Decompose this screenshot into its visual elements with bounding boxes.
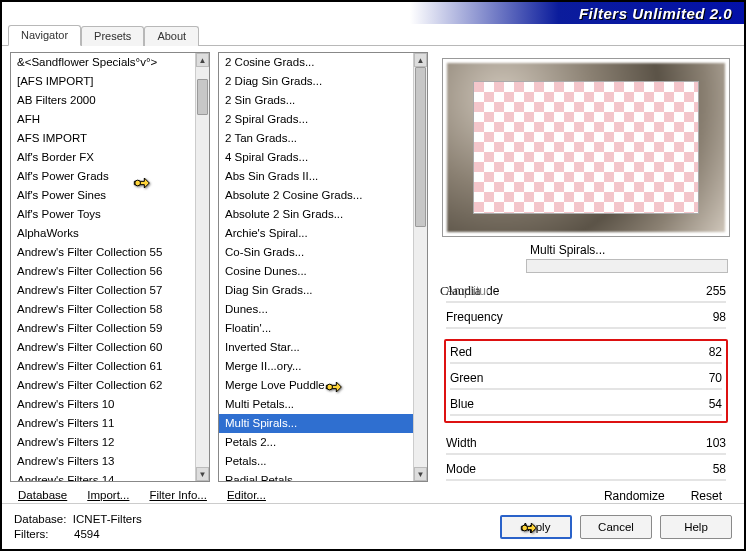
list-item[interactable]: Floatin'... xyxy=(219,319,413,338)
list-item[interactable]: Diag Sin Grads... xyxy=(219,281,413,300)
param-slider[interactable] xyxy=(450,362,722,364)
param-label: Red xyxy=(450,345,472,359)
list-item[interactable]: Andrew's Filter Collection 57 xyxy=(11,281,195,300)
filter-info-button[interactable]: Filter Info... xyxy=(149,489,207,501)
list-item[interactable]: &<Sandflower Specials°v°> xyxy=(11,53,195,72)
list-item[interactable]: Merge II...ory... xyxy=(219,357,413,376)
list-item[interactable]: Andrew's Filter Collection 59 xyxy=(11,319,195,338)
list-item[interactable]: Cosine Dunes... xyxy=(219,262,413,281)
category-list[interactable]: &<Sandflower Specials°v°>[AFS IMPORT]AB … xyxy=(10,52,210,482)
list-item[interactable]: Andrew's Filter Collection 60 xyxy=(11,338,195,357)
list-item[interactable]: Alf's Power Sines xyxy=(11,186,195,205)
cancel-button[interactable]: Cancel xyxy=(580,515,652,539)
reset-button[interactable]: Reset xyxy=(691,489,722,503)
param-row[interactable]: Red82 xyxy=(448,342,724,362)
param-value: 103 xyxy=(706,436,726,450)
list-item[interactable]: Absolute 2 Cosine Grads... xyxy=(219,186,413,205)
list-item[interactable]: Abs Sin Grads II... xyxy=(219,167,413,186)
app-window: Filters Unlimited 2.0 NavigatorPresetsAb… xyxy=(0,0,746,551)
watermark: Claudia xyxy=(432,282,488,300)
list-item[interactable]: Archie's Spiral... xyxy=(219,224,413,243)
param-slider[interactable] xyxy=(446,479,726,481)
param-slider[interactable] xyxy=(446,453,726,455)
apply-button[interactable]: Apply xyxy=(500,515,572,539)
param-slider[interactable] xyxy=(446,301,726,303)
param-row[interactable]: Frequency98 xyxy=(444,307,728,327)
list-item[interactable]: [AFS IMPORT] xyxy=(11,72,195,91)
list-item[interactable]: Andrew's Filter Collection 55 xyxy=(11,243,195,262)
list-item[interactable]: Andrew's Filters 10 xyxy=(11,395,195,414)
list-item[interactable]: Radial Petals... xyxy=(219,471,413,481)
list-item[interactable]: Inverted Star... xyxy=(219,338,413,357)
app-title: Filters Unlimited 2.0 xyxy=(579,5,732,22)
scroll-up-icon[interactable]: ▲ xyxy=(196,53,209,67)
list-item[interactable]: Multi Petals... xyxy=(219,395,413,414)
preview-panel xyxy=(442,58,730,237)
list-item[interactable]: AFH xyxy=(11,110,195,129)
tab-about[interactable]: About xyxy=(144,26,199,46)
param-label: Frequency xyxy=(446,310,503,324)
list-item[interactable]: Andrew's Filters 12 xyxy=(11,433,195,452)
list-item[interactable]: Andrew's Filter Collection 61 xyxy=(11,357,195,376)
list-item[interactable]: AB Filters 2000 xyxy=(11,91,195,110)
list-item[interactable]: 2 Tan Grads... xyxy=(219,129,413,148)
list-item[interactable]: 2 Sin Grads... xyxy=(219,91,413,110)
list-item[interactable]: Multi Spirals... xyxy=(219,414,413,433)
list-item[interactable]: Petals 2... xyxy=(219,433,413,452)
help-button[interactable]: Help xyxy=(660,515,732,539)
list-item[interactable]: Andrew's Filters 11 xyxy=(11,414,195,433)
title-bar: Filters Unlimited 2.0 xyxy=(2,2,744,24)
list-item[interactable]: Andrew's Filter Collection 56 xyxy=(11,262,195,281)
list-item[interactable]: Andrew's Filters 14 xyxy=(11,471,195,481)
list-item[interactable]: Alf's Power Toys xyxy=(11,205,195,224)
import-button[interactable]: Import... xyxy=(87,489,129,501)
scroll-thumb[interactable] xyxy=(197,79,208,115)
list-item[interactable]: 2 Spiral Grads... xyxy=(219,110,413,129)
param-slider[interactable] xyxy=(450,414,722,416)
list-item[interactable]: AFS IMPORT xyxy=(11,129,195,148)
list-item[interactable]: Alf's Border FX xyxy=(11,148,195,167)
param-row[interactable]: Mode58 xyxy=(444,459,728,479)
list-item[interactable]: Petals... xyxy=(219,452,413,471)
scrollbar[interactable]: ▲ ▼ xyxy=(413,53,427,481)
param-slider[interactable] xyxy=(446,327,726,329)
status-db-value: ICNET-Filters xyxy=(73,513,142,525)
param-row[interactable]: Blue54 xyxy=(448,394,724,414)
list-item[interactable]: 2 Cosine Grads... xyxy=(219,53,413,72)
list-item[interactable]: Alf's Power Grads xyxy=(11,167,195,186)
randomize-button[interactable]: Randomize xyxy=(604,489,665,503)
tab-presets[interactable]: Presets xyxy=(81,26,144,46)
param-value: 255 xyxy=(706,284,726,298)
param-value: 54 xyxy=(709,397,722,411)
progress-bar xyxy=(526,259,728,273)
scroll-down-icon[interactable]: ▼ xyxy=(196,467,209,481)
list-item[interactable]: Merge Love Puddle... xyxy=(219,376,413,395)
scroll-thumb[interactable] xyxy=(415,67,426,227)
param-slider[interactable] xyxy=(450,388,722,390)
status-bar: Database: ICNET-Filters Filters: 4594 xyxy=(14,512,142,542)
preview-checker xyxy=(473,81,699,214)
list-item[interactable]: Co-Sin Grads... xyxy=(219,243,413,262)
list-item[interactable]: 2 Diag Sin Grads... xyxy=(219,72,413,91)
scroll-down-icon[interactable]: ▼ xyxy=(414,467,427,481)
param-row[interactable]: Green70 xyxy=(448,368,724,388)
list-item[interactable]: 4 Spiral Grads... xyxy=(219,148,413,167)
list-item[interactable]: Andrew's Filter Collection 58 xyxy=(11,300,195,319)
tab-bar: NavigatorPresetsAbout xyxy=(2,24,744,46)
list-item[interactable]: AlphaWorks xyxy=(11,224,195,243)
status-db-label: Database: xyxy=(14,513,66,525)
list-item[interactable]: Andrew's Filter Collection 62 xyxy=(11,376,195,395)
editor-button[interactable]: Editor... xyxy=(227,489,266,501)
param-value: 98 xyxy=(713,310,726,324)
database-button[interactable]: Database xyxy=(18,489,67,501)
scroll-up-icon[interactable]: ▲ xyxy=(414,53,427,67)
list-item[interactable]: Dunes... xyxy=(219,300,413,319)
scrollbar[interactable]: ▲ ▼ xyxy=(195,53,209,481)
list-item[interactable]: Absolute 2 Sin Grads... xyxy=(219,205,413,224)
param-label: Blue xyxy=(450,397,474,411)
filter-list[interactable]: 2 Cosine Grads...2 Diag Sin Grads...2 Si… xyxy=(218,52,428,482)
list-item[interactable]: Andrew's Filters 13 xyxy=(11,452,195,471)
param-row[interactable]: Width103 xyxy=(444,433,728,453)
tab-navigator[interactable]: Navigator xyxy=(8,25,81,46)
status-filters-label: Filters: xyxy=(14,528,49,540)
